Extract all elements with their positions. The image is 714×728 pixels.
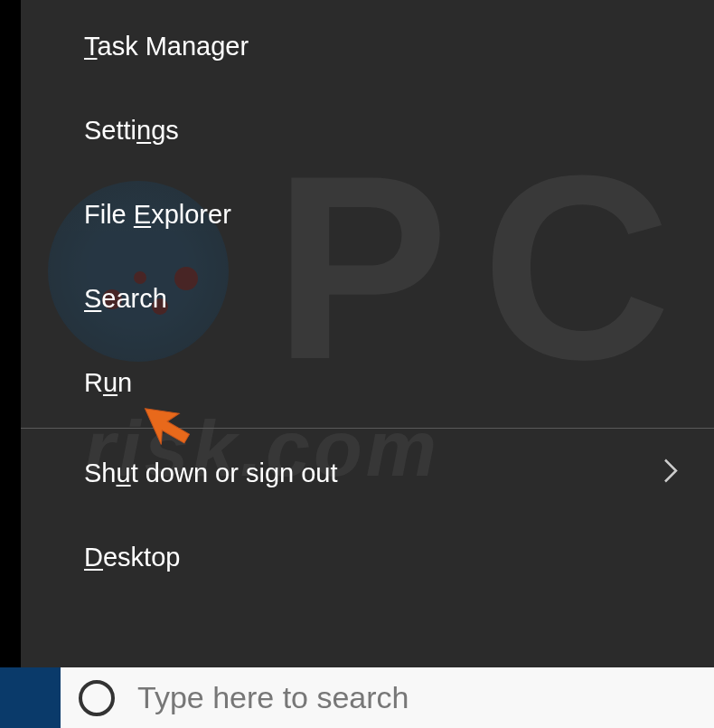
menu-divider	[21, 428, 714, 429]
menu-item-task-manager[interactable]: Task Manager	[21, 5, 714, 89]
search-icon	[79, 680, 115, 716]
search-placeholder: Type here to search	[137, 680, 409, 715]
start-button[interactable]	[0, 667, 61, 728]
menu-item-desktop[interactable]: Desktop	[21, 515, 714, 600]
menu-item-shut-down[interactable]: Shut down or sign out	[21, 431, 714, 515]
menu-content: Task Manager Settings File Explorer Sear…	[21, 5, 714, 600]
menu-item-settings[interactable]: Settings	[21, 89, 714, 173]
menu-item-run[interactable]: Run	[21, 341, 714, 425]
chevron-right-icon	[663, 458, 678, 489]
winx-context-menu: P C risk.com Task Manager Settings File …	[21, 0, 714, 667]
taskbar: Type here to search	[0, 667, 714, 728]
menu-item-file-explorer[interactable]: File Explorer	[21, 173, 714, 257]
menu-item-search[interactable]: Search	[21, 257, 714, 341]
taskbar-search[interactable]: Type here to search	[61, 667, 714, 728]
